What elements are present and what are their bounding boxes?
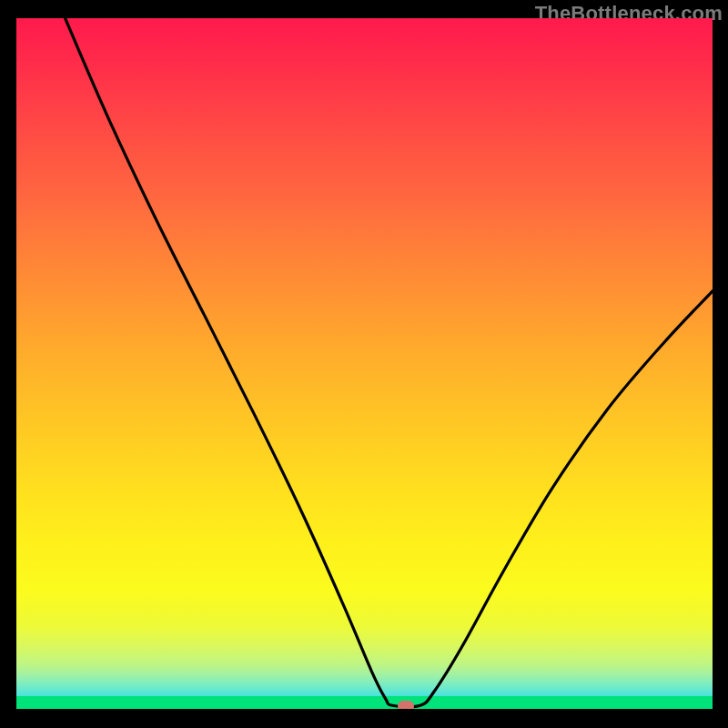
optimum-marker — [398, 701, 414, 709]
bottleneck-curve — [16, 18, 713, 709]
chart-plot-area — [16, 18, 713, 709]
